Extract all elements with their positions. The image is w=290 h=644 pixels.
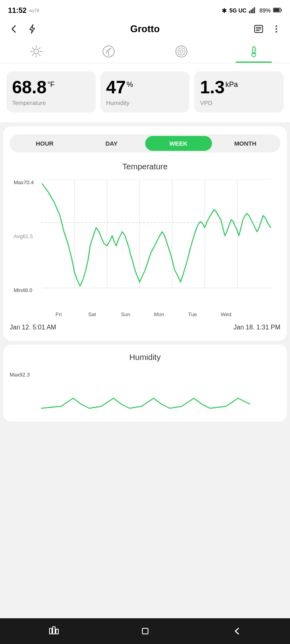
nav-recent-button[interactable] xyxy=(8,618,99,644)
svg-point-26 xyxy=(180,50,183,53)
sensor-tab-light[interactable] xyxy=(0,44,72,63)
temp-chart-section: HOUR DAY WEEK MONTH Temperature Max70.4 … xyxy=(3,126,287,341)
time-tabs: HOUR DAY WEEK MONTH xyxy=(10,134,280,152)
svg-line-19 xyxy=(32,47,33,49)
nav-home-button[interactable] xyxy=(99,618,191,644)
tab-week[interactable]: WEEK xyxy=(145,136,212,151)
nav-bar xyxy=(0,618,290,644)
x-label-empty xyxy=(243,311,276,317)
status-icons: ✱ 5G UC 89% xyxy=(222,7,282,14)
svg-rect-42 xyxy=(56,629,58,634)
flash-button[interactable] xyxy=(27,23,38,35)
svg-rect-5 xyxy=(281,9,282,11)
svg-rect-3 xyxy=(254,7,255,13)
battery-label: 89% xyxy=(259,7,271,14)
humidity-value: 47% xyxy=(106,78,184,96)
svg-rect-0 xyxy=(249,11,250,13)
x-label-tue: Tue xyxy=(176,311,209,317)
svg-line-20 xyxy=(39,54,40,56)
svg-point-24 xyxy=(176,46,187,57)
x-label-sun: Sun xyxy=(109,311,142,317)
chart-min-label: Min48.0 xyxy=(14,287,34,293)
svg-rect-40 xyxy=(49,628,52,634)
vpd-card: 1.3kPa VPD xyxy=(194,71,284,113)
svg-line-21 xyxy=(39,47,40,49)
tab-month[interactable]: MONTH xyxy=(212,136,279,151)
sensor-tab-air[interactable] xyxy=(145,44,218,63)
date-end: Jan 18. 1:31 PM xyxy=(233,324,280,331)
sensor-tab-plant[interactable] xyxy=(72,44,145,63)
tab-hour[interactable]: HOUR xyxy=(11,136,78,151)
battery-icon xyxy=(273,7,282,14)
list-button[interactable] xyxy=(253,23,264,35)
temperature-value: 68.8°F xyxy=(12,78,90,96)
svg-point-25 xyxy=(178,48,185,55)
nav-back-button[interactable] xyxy=(191,618,282,644)
more-button[interactable] xyxy=(271,23,282,35)
metrics-container: 68.8°F Temperature 47% Humidity 1.3kPa V… xyxy=(0,63,290,122)
svg-line-22 xyxy=(32,54,33,56)
temp-chart-area: Max70.4 Avg61.5 Min48.0 Fri xyxy=(14,179,276,317)
x-label-mon: Mon xyxy=(142,311,176,317)
status-time: 11:52 xyxy=(8,6,27,15)
x-label-fri: Fri xyxy=(42,311,75,317)
status-bar: 11:52 wy78 ✱ 5G UC 89% xyxy=(0,0,290,19)
temp-chart-svg xyxy=(42,179,271,308)
svg-point-28 xyxy=(252,53,256,57)
humidity-max-label: Max92.3 xyxy=(10,370,38,378)
x-label-sat: Sat xyxy=(75,311,109,317)
temp-chart-title: Temperature xyxy=(10,162,280,171)
svg-point-14 xyxy=(34,49,39,54)
back-button[interactable] xyxy=(8,23,19,35)
chart-y-labels: Max70.4 Avg61.5 Min48.0 xyxy=(14,179,34,305)
humidity-section: Humidity Max92.3 xyxy=(3,345,287,422)
svg-rect-2 xyxy=(252,8,253,13)
temperature-card: 68.8°F Temperature xyxy=(6,71,96,113)
x-label-wed: Wed xyxy=(209,311,243,317)
sensor-tab-temp[interactable] xyxy=(218,44,290,63)
chart-max-label: Max70.4 xyxy=(14,179,34,185)
svg-rect-41 xyxy=(53,627,55,634)
signal-icon xyxy=(249,7,257,14)
carrier-label: wy78 xyxy=(29,8,39,13)
humidity-chart-title: Humidity xyxy=(10,353,280,362)
header-left xyxy=(8,23,38,35)
svg-point-13 xyxy=(276,31,277,33)
svg-rect-43 xyxy=(142,628,148,634)
date-start: Jan 12. 5:01 AM xyxy=(10,324,56,331)
header: Grotto xyxy=(0,19,290,40)
humidity-label: Humidity xyxy=(106,99,184,106)
tab-day[interactable]: DAY xyxy=(78,136,145,151)
vpd-value: 1.3kPa xyxy=(200,78,278,96)
header-right xyxy=(253,23,282,35)
svg-rect-1 xyxy=(251,10,252,13)
svg-rect-6 xyxy=(274,8,280,12)
metrics-row: 68.8°F Temperature 47% Humidity 1.3kPa V… xyxy=(6,71,284,113)
chart-avg-label: Avg61.5 xyxy=(14,233,34,239)
network-label: 5G UC xyxy=(229,7,247,14)
sensor-tabs xyxy=(0,40,290,63)
date-range: Jan 12. 5:01 AM Jan 18. 1:31 PM xyxy=(10,324,280,331)
bluetooth-icon: ✱ xyxy=(222,7,227,14)
temperature-label: Temperature xyxy=(12,99,90,106)
humidity-chart-svg xyxy=(41,370,250,410)
humidity-card: 47% Humidity xyxy=(101,71,190,113)
chart-x-labels: Fri Sat Sun Mon Tue Wed xyxy=(42,311,276,317)
svg-point-11 xyxy=(276,25,277,27)
vpd-label: VPD xyxy=(200,99,278,106)
temp-chart-svg-container xyxy=(42,179,276,310)
svg-point-12 xyxy=(276,28,277,30)
page-title: Grotto xyxy=(130,23,160,34)
